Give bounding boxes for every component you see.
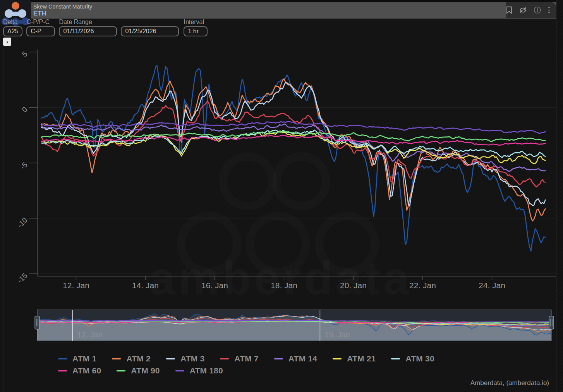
x-axis-label: 20. Jan xyxy=(340,281,367,290)
legend-label: ATM 60 xyxy=(72,366,101,375)
navigator-handle-right[interactable] xyxy=(549,316,554,329)
legend-swatch xyxy=(175,370,184,371)
legend-item-atm-1[interactable]: ATM 1 xyxy=(58,354,96,363)
series-line-atm-7 xyxy=(41,101,546,187)
y-axis-label: 5 xyxy=(20,50,29,58)
x-axis-label: 24. Jan xyxy=(479,281,505,290)
x-axis-label: 18. Jan xyxy=(271,281,297,290)
legend-row-1: ATM 1 ATM 2 ATM 3 ATM 7 ATM 14 ATM 21 AT… xyxy=(58,352,515,364)
navigator-axis-label: 19. Jan xyxy=(324,330,350,339)
chart-legend: ATM 1 ATM 2 ATM 3 ATM 7 ATM 14 ATM 21 AT… xyxy=(58,352,515,377)
y-axis-label: -15 xyxy=(16,271,29,284)
navigator-axis-label: 12. Jan xyxy=(77,330,103,339)
watermark-ring xyxy=(276,156,326,206)
legend-swatch xyxy=(58,358,67,359)
legend-item-atm-180[interactable]: ATM 180 xyxy=(175,366,223,375)
legend-item-atm-21[interactable]: ATM 21 xyxy=(333,354,376,363)
legend-swatch xyxy=(220,358,229,359)
watermark-text: amberdata xyxy=(149,252,412,304)
legend-label: ATM 3 xyxy=(180,354,204,363)
y-axis-label: -5 xyxy=(19,160,29,171)
legend-swatch xyxy=(166,358,175,359)
legend-item-atm-30[interactable]: ATM 30 xyxy=(391,354,434,363)
legend-swatch xyxy=(391,358,400,359)
skew-chart: amberdata50-5-10-1512. Jan14. Jan16. Jan… xyxy=(0,0,563,392)
x-axis-label: 12. Jan xyxy=(63,281,89,290)
legend-item-atm-14[interactable]: ATM 14 xyxy=(274,354,317,363)
legend-label: ATM 90 xyxy=(131,366,160,375)
legend-item-atm-60[interactable]: ATM 60 xyxy=(58,366,101,375)
legend-item-atm-90[interactable]: ATM 90 xyxy=(117,366,160,375)
attribution-text: Amberdata, (amberdata.io) xyxy=(470,379,549,387)
legend-label: ATM 21 xyxy=(347,354,376,363)
legend-swatch xyxy=(117,370,125,371)
legend-swatch xyxy=(112,358,121,359)
watermark-ring xyxy=(223,156,273,206)
handle-grip[interactable] xyxy=(549,316,554,329)
x-axis-label: 14. Jan xyxy=(132,281,159,290)
legend-swatch xyxy=(58,370,67,371)
app-root: Skew Constant Maturity ETH Delta Δ25 C-P… xyxy=(0,0,563,392)
legend-label: ATM 180 xyxy=(190,366,223,375)
legend-swatch xyxy=(333,358,342,359)
y-axis-label: 0 xyxy=(20,105,29,113)
handle-grip[interactable] xyxy=(35,316,39,329)
legend-label: ATM 2 xyxy=(126,354,150,363)
legend-row-2: ATM 60 ATM 90 ATM 180 xyxy=(58,364,515,377)
navigator-handle-left[interactable] xyxy=(35,316,39,329)
legend-swatch xyxy=(274,358,283,359)
legend-label: ATM 7 xyxy=(234,354,258,363)
x-axis-label: 16. Jan xyxy=(201,281,228,290)
legend-item-atm-7[interactable]: ATM 7 xyxy=(220,354,258,363)
x-axis-label: 22. Jan xyxy=(409,281,436,290)
legend-item-atm-3[interactable]: ATM 3 xyxy=(166,354,204,363)
y-axis-label: -10 xyxy=(16,216,29,229)
legend-item-atm-2[interactable]: ATM 2 xyxy=(112,354,150,363)
legend-label: ATM 1 xyxy=(72,354,96,363)
legend-label: ATM 30 xyxy=(405,354,434,363)
legend-label: ATM 14 xyxy=(288,354,317,363)
